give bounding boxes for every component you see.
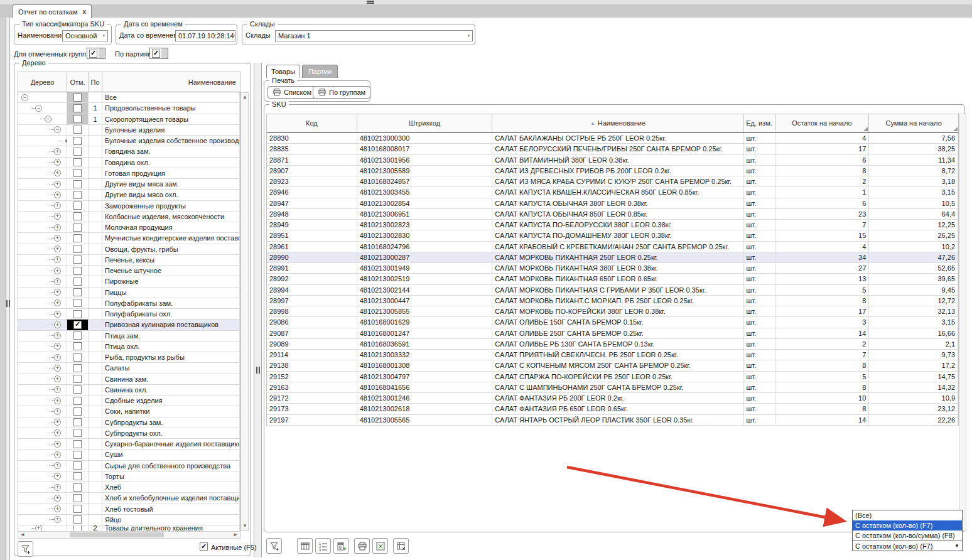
tree-node-label[interactable]: Птица зам. [102,331,240,341]
tree-node-label[interactable]: Пиццы [102,288,240,298]
tree-node-label[interactable]: Хлеб [102,482,240,492]
stores-combobox[interactable]: Магазин 1 ▾ [275,30,473,41]
expand-icon[interactable]: + [54,451,61,458]
tree-row[interactable]: +Сухарно-бараночные изделия поставщиков [18,439,240,450]
dropdown-option[interactable]: С остатком (кол-во/сумма) (F8) [853,530,962,541]
tree-row[interactable]: +Готовая продукция [18,168,240,179]
table-row[interactable]: 289484810213006951САЛАТ КАПУСТА ОБЫЧНАЯ … [267,209,958,220]
tree-row[interactable]: +Рыба, продукты из рыбы [18,352,240,363]
expand-icon[interactable]: + [54,441,61,448]
tree-table-splitter[interactable] [254,63,262,557]
scrollbar-thumb[interactable] [70,532,164,537]
tree-expand-cell[interactable]: + [18,461,67,471]
left-splitter[interactable] [6,18,10,560]
tree-node-label[interactable]: Салаты [102,363,240,373]
table-clear-button[interactable] [393,538,409,554]
expand-icon[interactable]: + [54,256,61,263]
expand-icon[interactable]: + [54,299,61,306]
tree-filter-button[interactable] [18,541,33,557]
tree-row[interactable]: +Сырье для собственного производства [18,461,240,471]
marked-groups-checkbox[interactable] [87,48,105,59]
tree-expand-cell[interactable]: + [18,276,67,286]
calculator-add-button[interactable] [333,538,349,554]
table-row[interactable]: 289984810213005855САЛАТ МОРКОВЬ ПО-КОРЕЙ… [267,306,958,317]
expand-icon[interactable]: + [54,462,61,469]
chevron-down-icon[interactable]: ▾ [102,33,105,38]
tree-expand-cell[interactable]: + [18,504,67,514]
tree-node-label[interactable]: Печенье, кексы [102,255,240,265]
tree-row[interactable]: +Молочная продукция [18,222,240,233]
tree-horizontal-scrollbar[interactable]: ◄ ► [18,531,240,539]
tree-row[interactable]: +Свинина зам. [18,374,240,385]
tree-row-checkbox[interactable] [73,104,82,112]
tab-report[interactable]: Отчет по остаткам x [13,4,92,18]
tree-expand-cell[interactable]: + [18,515,67,525]
scroll-down-icon[interactable]: ▼ [241,522,249,530]
tree-row[interactable]: +Торты [18,471,240,482]
expand-icon[interactable]: + [54,516,61,523]
expand-icon[interactable]: + [54,365,61,372]
tree-row-checkbox[interactable] [73,234,82,242]
top-splitter-handle-icon[interactable] [367,1,374,4]
tree-node-label[interactable]: Суши [102,450,240,460]
expand-icon[interactable]: + [54,505,61,512]
chevron-down-icon[interactable]: ▼ [954,543,959,549]
tree-expand-cell[interactable]: + [18,493,67,503]
tree-row-checkbox[interactable] [73,505,82,513]
tab-goods[interactable]: Товары [266,65,300,78]
tree-row[interactable]: +Овощи, фрукты, грибы [18,244,240,255]
tree-row[interactable]: +Печенье штучное [18,266,240,276]
tree-row-checkbox[interactable] [73,180,82,188]
tree-row-checkbox[interactable] [73,212,82,220]
tree-expand-cell[interactable]: + [18,179,67,189]
tree-row[interactable]: +Другие виды мяса зам. [18,179,240,190]
tree-row[interactable]: +Птица охл. [18,342,240,352]
tree-expand-cell[interactable]: + [18,288,67,298]
tree-expand-cell[interactable]: + [18,406,67,416]
table-row[interactable]: 291724810213001246САЛАТ ФАНТАЗИЯ РБ 200Г… [267,393,958,404]
tree-node-label[interactable]: Рыба, продукты из рыбы [102,352,240,362]
expand-icon[interactable]: + [54,386,61,393]
tree-expand-cell[interactable] [18,136,67,146]
tree-expand-cell[interactable]: + [18,158,67,168]
tree-expand-cell[interactable]: + [18,201,67,211]
date-input[interactable]: 01.07.19 10:28:14 ▾ [175,30,235,41]
tree-node-label[interactable]: Готовая продукция [102,168,240,178]
tree-expand-cell[interactable]: + [18,233,67,243]
table-row[interactable]: 289914810213001949САЛАТ МОРКОВЬ ПИКАНТНА… [267,263,958,274]
expand-icon[interactable]: + [54,289,61,296]
tree-expand-cell[interactable]: + [18,244,67,254]
column-header-name[interactable]: Наименование [492,114,743,132]
tree-node-label[interactable]: Мучнистые кондитерские изделия поставщик [102,233,240,243]
tree-node-label[interactable]: Полуфабрикаты охл. [102,309,240,319]
tree-row-checkbox[interactable] [73,385,82,394]
tree-row[interactable]: +Сдобные изделия [18,396,240,406]
tree-expand-cell[interactable]: + [18,190,67,200]
table-row[interactable]: 289974810213000447САЛАТ МОРКОВЬ ПИКАНТ.С… [267,296,958,306]
expand-icon[interactable]: + [54,170,61,176]
tree-row[interactable]: −Все [18,92,240,103]
tree-row-checkbox[interactable] [73,461,82,470]
tree-row[interactable]: +Колбасные изделия, мясокопчености [18,212,240,222]
tree-expand-cell[interactable]: + [18,525,67,530]
tree-row[interactable]: −1Скоропортящиеся товары [18,114,240,125]
tree-column-header-po[interactable]: По [89,72,102,92]
tree-row-checkbox[interactable] [73,364,82,372]
tree-expand-cell[interactable]: + [18,298,67,308]
column-header-barcode[interactable]: Штрихкод [357,114,493,132]
tree-node-label[interactable]: Молочная продукция [102,222,240,232]
tree-row-checkbox[interactable] [73,331,82,340]
batches-checkbox[interactable] [149,48,168,59]
top-splitter[interactable] [0,0,972,4]
tree-expand-cell[interactable]: + [18,222,67,232]
table-row[interactable]: 288304810213000300САЛАТ БАКЛАЖАНЫ ОСТРЫЕ… [267,133,958,144]
tree-node-label[interactable]: Сырье для собственного производства [102,461,240,471]
tree-row-checkbox[interactable] [73,375,82,383]
classifier-combobox[interactable]: Основной ▾ [62,30,108,41]
table-row[interactable]: 289614810168024796САЛАТ КРАБОВЫЙ С КРЕВЕ… [267,242,958,252]
expand-icon[interactable]: + [54,408,61,415]
table-row[interactable]: 289944810213002144САЛАТ МОРКОВЬ ПИКАНТНА… [267,285,958,296]
tree-node-label[interactable]: Печенье штучное [102,266,240,276]
tree-node-label[interactable]: Привозная кулинария поставщиков [102,320,240,330]
tree-expand-cell[interactable]: + [18,352,67,362]
